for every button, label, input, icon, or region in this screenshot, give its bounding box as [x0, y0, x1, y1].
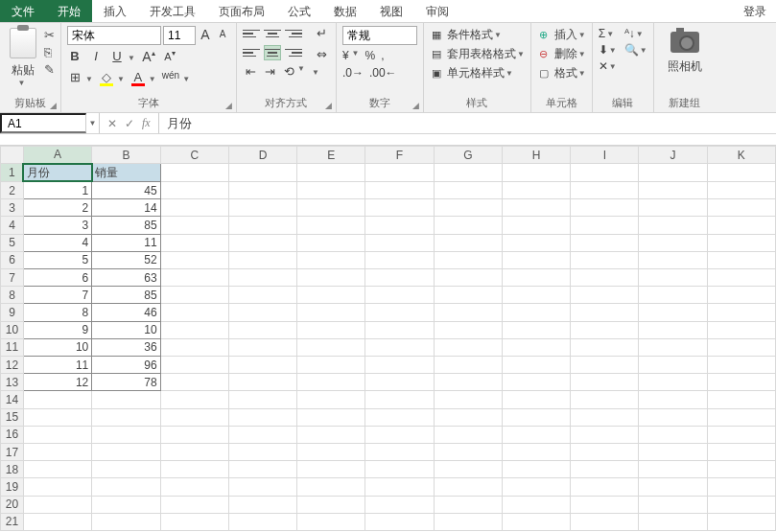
- cell-J9[interactable]: [639, 304, 707, 321]
- cell-C14[interactable]: [160, 391, 228, 408]
- col-header-H[interactable]: H: [502, 147, 570, 164]
- tab-file[interactable]: 文件: [0, 0, 46, 22]
- cell-C9[interactable]: [160, 304, 228, 321]
- cell-H14[interactable]: [502, 391, 570, 408]
- cell-E20[interactable]: [297, 496, 365, 513]
- cell-H21[interactable]: [502, 513, 570, 530]
- delete-cells-button[interactable]: ⊖删除▼: [537, 46, 586, 62]
- cell-E12[interactable]: [297, 356, 365, 373]
- col-header-G[interactable]: G: [434, 147, 502, 164]
- cell-F2[interactable]: [365, 181, 434, 198]
- cell-A5[interactable]: 4: [23, 234, 91, 251]
- cell-C19[interactable]: [160, 478, 228, 496]
- cell-D18[interactable]: [228, 461, 296, 478]
- number-launcher-icon[interactable]: ◢: [412, 101, 419, 110]
- decrease-decimal-button[interactable]: .00←: [369, 66, 397, 80]
- fill-button[interactable]: ⬇▼: [599, 43, 617, 57]
- cell-I15[interactable]: [571, 408, 639, 426]
- cell-D16[interactable]: [228, 426, 296, 443]
- cell-I7[interactable]: [571, 268, 639, 286]
- row-header-10[interactable]: 10: [1, 321, 24, 338]
- cell-K20[interactable]: [707, 496, 775, 513]
- currency-button[interactable]: ¥: [342, 49, 349, 62]
- cell-H9[interactable]: [502, 304, 570, 321]
- cell-G14[interactable]: [434, 391, 502, 408]
- cell-C17[interactable]: [160, 443, 228, 460]
- cell-C12[interactable]: [160, 356, 228, 373]
- cell-K9[interactable]: [707, 304, 775, 321]
- cell-D21[interactable]: [228, 513, 296, 530]
- cell-A7[interactable]: 6: [23, 268, 91, 286]
- cell-A6[interactable]: 5: [23, 251, 91, 268]
- confirm-formula-icon[interactable]: ✓: [125, 117, 134, 130]
- cell-F16[interactable]: [365, 426, 434, 443]
- cell-C1[interactable]: [160, 164, 228, 182]
- cell-K14[interactable]: [707, 391, 775, 408]
- cell-G5[interactable]: [434, 234, 502, 251]
- cell-D8[interactable]: [228, 287, 296, 304]
- cell-D2[interactable]: [228, 181, 296, 198]
- cell-F14[interactable]: [365, 391, 434, 408]
- cell-H13[interactable]: [502, 374, 570, 391]
- cell-B10[interactable]: 10: [92, 321, 160, 338]
- font-launcher-icon[interactable]: ◢: [225, 101, 232, 110]
- cell-I21[interactable]: [571, 513, 639, 530]
- cell-E8[interactable]: [297, 287, 365, 304]
- align-left-button[interactable]: [243, 45, 260, 60]
- cell-D9[interactable]: [228, 304, 296, 321]
- cell-E18[interactable]: [297, 461, 365, 478]
- cell-G9[interactable]: [434, 304, 502, 321]
- row-header-8[interactable]: 8: [1, 287, 24, 304]
- cell-D3[interactable]: [228, 199, 296, 217]
- clear-button[interactable]: ✕▼: [599, 59, 617, 73]
- cell-J8[interactable]: [639, 287, 707, 304]
- cell-C15[interactable]: [160, 408, 228, 426]
- increase-indent-button[interactable]: ⇥: [262, 64, 277, 81]
- italic-button[interactable]: I: [88, 49, 104, 66]
- cell-E16[interactable]: [297, 426, 365, 443]
- align-middle-button[interactable]: [264, 26, 281, 41]
- shrink-font-button[interactable]: A: [215, 26, 230, 45]
- cell-A3[interactable]: 2: [23, 199, 91, 217]
- cell-G4[interactable]: [434, 217, 502, 234]
- cell-J17[interactable]: [639, 443, 707, 460]
- cell-E15[interactable]: [297, 408, 365, 426]
- cell-H12[interactable]: [502, 356, 570, 373]
- cell-A10[interactable]: 9: [23, 321, 91, 338]
- insert-cells-button[interactable]: ⊕插入▼: [537, 27, 586, 43]
- cell-F8[interactable]: [365, 287, 434, 304]
- cell-E7[interactable]: [297, 268, 365, 286]
- cell-J12[interactable]: [639, 356, 707, 373]
- cell-D7[interactable]: [228, 268, 296, 286]
- cell-B3[interactable]: 14: [92, 199, 160, 217]
- cell-J2[interactable]: [639, 181, 707, 198]
- align-right-button[interactable]: [285, 45, 302, 60]
- cell-F10[interactable]: [365, 321, 434, 338]
- cell-F15[interactable]: [365, 408, 434, 426]
- formula-input[interactable]: 月份: [159, 113, 776, 133]
- cell-E4[interactable]: [297, 217, 365, 234]
- cell-D20[interactable]: [228, 496, 296, 513]
- cell-J13[interactable]: [639, 374, 707, 391]
- cell-E21[interactable]: [297, 513, 365, 530]
- cell-D6[interactable]: [228, 251, 296, 268]
- cell-C16[interactable]: [160, 426, 228, 443]
- cut-icon[interactable]: ✂: [44, 28, 55, 42]
- row-header-21[interactable]: 21: [1, 513, 24, 530]
- cell-A14[interactable]: [23, 391, 91, 408]
- cell-H4[interactable]: [502, 217, 570, 234]
- shrink-font-button-2[interactable]: A▾: [162, 49, 177, 66]
- decrease-indent-button[interactable]: ⇤: [243, 64, 258, 81]
- col-header-B[interactable]: B: [92, 147, 160, 164]
- cell-D5[interactable]: [228, 234, 296, 251]
- cell-K17[interactable]: [707, 443, 775, 460]
- cell-B16[interactable]: [92, 426, 160, 443]
- cell-K21[interactable]: [707, 513, 775, 530]
- cell-E5[interactable]: [297, 234, 365, 251]
- cell-H7[interactable]: [502, 268, 570, 286]
- cell-H17[interactable]: [502, 443, 570, 460]
- cell-K3[interactable]: [707, 199, 775, 217]
- find-select-button[interactable]: 🔍▼: [624, 43, 647, 57]
- cell-F6[interactable]: [365, 251, 434, 268]
- cell-H18[interactable]: [502, 461, 570, 478]
